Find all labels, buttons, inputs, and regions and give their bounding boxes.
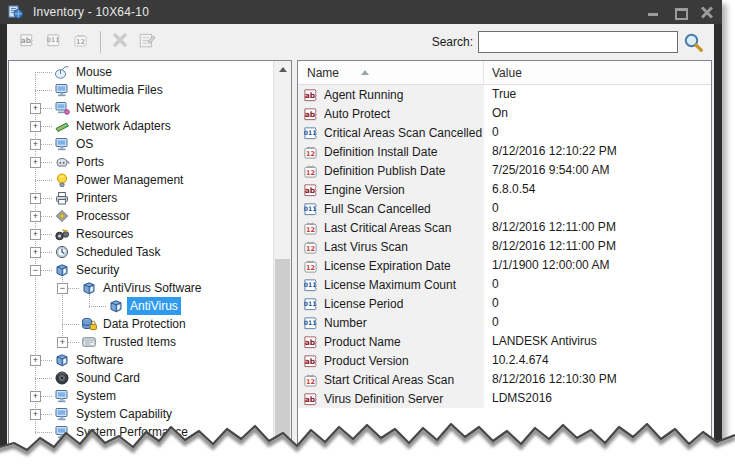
table-row[interactable]: 011License Period0 [298, 294, 711, 313]
svg-text:ab: ab [305, 337, 316, 346]
tree-item-label: Processor [73, 207, 133, 225]
tree-item-label: System [73, 387, 119, 405]
expand-icon[interactable]: + [57, 337, 68, 348]
table-row[interactable]: 12Last Virus Scan8/12/2016 12:11:00 PM [298, 237, 711, 256]
attribute-name: Last Critical Areas Scan [324, 221, 451, 235]
tree-item-resources[interactable]: +Resources [9, 225, 274, 243]
collapse-icon[interactable]: − [57, 283, 68, 294]
tree-item-processor[interactable]: +Processor [9, 207, 274, 225]
tree-item-power-management[interactable]: Power Management [9, 171, 274, 189]
tree-item-os[interactable]: +OS [9, 135, 274, 153]
tree-item-antivirus-software[interactable]: −AntiVirus Software [9, 279, 274, 297]
expand-icon[interactable]: + [30, 409, 41, 420]
search-button[interactable] [682, 31, 704, 53]
tree-item-software[interactable]: +Software [9, 351, 274, 369]
type-date-icon: 12 [303, 372, 318, 388]
expand-icon[interactable]: + [30, 103, 41, 114]
table-row[interactable]: 011License Maximum Count0 [298, 275, 711, 294]
name-cell: abVirus Definition Server [298, 389, 484, 408]
search-input[interactable] [478, 31, 678, 53]
name-cell: 011License Maximum Count [298, 275, 484, 294]
maximize-button[interactable] [674, 7, 687, 18]
tree-item-data-protection[interactable]: Data Protection [9, 315, 274, 333]
attribute-value: 0 [484, 294, 711, 313]
tree-item-system-performance[interactable]: System Performance [9, 423, 274, 441]
number-attribute-button[interactable]: 011 [40, 29, 66, 55]
tree-item-system-capability[interactable]: +System Capability [9, 405, 274, 423]
table-row[interactable]: 12Definition Publish Date7/25/2016 9:54:… [298, 161, 711, 180]
attribute-value: 10.2.4.674 [484, 351, 711, 370]
table-row[interactable]: 011Full Scan Cancelled0 [298, 199, 711, 218]
svg-text:011: 011 [304, 205, 317, 212]
tree-item-label: Scheduled Task [73, 243, 164, 261]
expand-icon[interactable]: + [30, 193, 41, 204]
scrollbar-thumb[interactable] [275, 259, 290, 437]
expand-icon[interactable]: + [30, 121, 41, 132]
table-row[interactable]: 12License Expiration Date1/1/1900 12:00:… [298, 256, 711, 275]
expand-icon[interactable]: + [30, 247, 41, 258]
name-cell: 011License Period [298, 294, 484, 313]
scroll-up-button[interactable] [274, 61, 291, 78]
expand-icon[interactable]: + [30, 211, 41, 222]
properties-button[interactable] [134, 29, 160, 55]
tree-item-label: Power Management [73, 171, 186, 189]
search-label: Search: [432, 35, 473, 49]
table-row[interactable]: abAuto ProtectOn [298, 104, 711, 123]
window-title: Inventory - 10X64-10 [33, 5, 149, 19]
table-row[interactable]: 12Last Critical Areas Scan8/12/2016 12:1… [298, 218, 711, 237]
table-row[interactable]: abAgent RunningTrue [298, 85, 711, 104]
table-row[interactable]: abProduct Version10.2.4.674 [298, 351, 711, 370]
tree-item-antivirus[interactable]: AntiVirus [9, 297, 274, 315]
tree-item-system[interactable]: +System [9, 387, 274, 405]
table-row[interactable]: abProduct NameLANDESK Antivirus [298, 332, 711, 351]
tree-item-network-adapters[interactable]: +Network Adapters [9, 117, 274, 135]
processor-icon [54, 208, 70, 224]
tree-item-mouse[interactable]: Mouse [9, 63, 274, 81]
name-cell: 011Number [298, 313, 484, 332]
table-row[interactable]: abVirus Definition ServerLDMS2016 [298, 389, 711, 408]
collapse-icon[interactable]: − [30, 265, 41, 276]
tree-item-network[interactable]: +Network [9, 99, 274, 117]
network-adapter-icon [54, 118, 70, 134]
expand-icon[interactable]: + [30, 139, 41, 150]
attribute-name: Product Version [324, 354, 409, 368]
grid-body: abAgent RunningTrueabAuto ProtectOn011Cr… [298, 85, 711, 408]
type-number-icon: 011 [303, 315, 318, 331]
table-row[interactable]: abEngine Version6.8.0.54 [298, 180, 711, 199]
clock-icon [54, 244, 70, 260]
tree-connector [35, 180, 52, 181]
expand-icon[interactable]: + [30, 157, 41, 168]
name-cell: abAuto Protect [298, 104, 484, 123]
table-row[interactable]: 011Critical Areas Scan Cancelled0 [298, 123, 711, 142]
minimize-button[interactable] [647, 7, 660, 18]
expand-icon[interactable]: + [30, 391, 41, 402]
type-string-icon: ab [19, 32, 34, 52]
tree-item-printers[interactable]: +Printers [9, 189, 274, 207]
title-bar[interactable]: Inventory - 10X64-10 [0, 0, 722, 24]
table-row[interactable]: 011Number0 [298, 313, 711, 332]
close-button[interactable] [701, 7, 714, 18]
column-header-value[interactable]: Value [484, 61, 711, 84]
network-computer-icon [54, 100, 70, 116]
package-icon [81, 280, 97, 296]
tree-scrollbar[interactable] [273, 61, 291, 453]
expand-icon[interactable]: + [30, 355, 41, 366]
computer-icon [54, 82, 70, 98]
string-attribute-button[interactable]: ab [13, 29, 39, 55]
column-header-name[interactable]: Name [298, 61, 484, 84]
tree-item-scheduled-task[interactable]: +Scheduled Task [9, 243, 274, 261]
tree-item-security[interactable]: −Security [9, 261, 274, 279]
date-attribute-button[interactable]: 12 [67, 29, 93, 55]
tree-item-ports[interactable]: +Ports [9, 153, 274, 171]
table-row[interactable]: 12Start Critical Areas Scan8/12/2016 12:… [298, 370, 711, 389]
type-string-icon: ab [303, 87, 318, 103]
delete-x-icon [111, 31, 129, 53]
type-date-icon: 12 [303, 239, 318, 255]
tree-item-sound-card[interactable]: Sound Card [9, 369, 274, 387]
tree-item-multimedia-files[interactable]: Multimedia Files [9, 81, 274, 99]
table-row[interactable]: 12Definition Install Date8/12/2016 12:10… [298, 142, 711, 161]
delete-button[interactable] [107, 29, 133, 55]
expand-icon[interactable]: + [30, 229, 41, 240]
svg-text:12: 12 [306, 226, 315, 234]
tree-item-trusted-items[interactable]: +Trusted Items [9, 333, 274, 351]
